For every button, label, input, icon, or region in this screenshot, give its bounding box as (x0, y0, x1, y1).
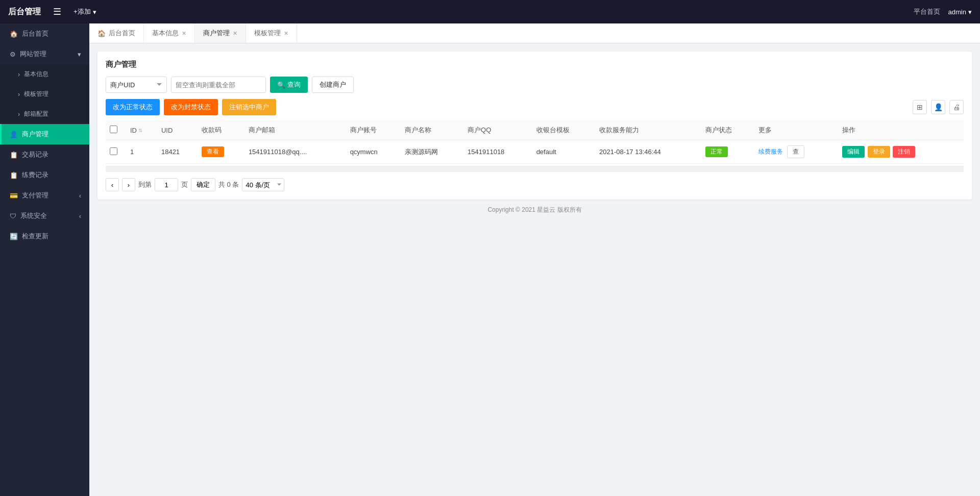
tab-home[interactable]: 🏠 后台首页 (89, 23, 144, 43)
tab-label: 商户管理 (203, 29, 230, 38)
col-uid: UID (157, 120, 198, 140)
person-icon: 👤 (934, 103, 943, 111)
query-button[interactable]: 🔍 查询 (270, 77, 308, 93)
status-badge: 正常 (705, 146, 728, 157)
sidebar-item-label: 商户管理 (22, 130, 48, 139)
cell-ops: 编辑 登录 注销 (838, 140, 964, 164)
cell-status: 正常 (701, 140, 754, 164)
sidebar-item-dashboard[interactable]: 🏠 后台首页 (0, 23, 89, 44)
col-code: 收款码 (198, 120, 244, 140)
view-more-button[interactable]: 查 (787, 145, 804, 158)
sidebar-item-label: 练费记录 (22, 170, 48, 180)
select-all-checkbox[interactable] (110, 126, 117, 133)
more-services-link[interactable]: 续费服务 (758, 148, 783, 155)
sidebar-item-email-config[interactable]: › 邮箱配置 (0, 104, 89, 124)
pagination-row: ‹ › 到第 页 确定 共 0 条 10 条/页 20 条/页 40 条/页 1… (106, 178, 964, 191)
sidebar-item-basic-info[interactable]: › 基本信息 (0, 64, 89, 84)
set-banned-button[interactable]: 改为封禁状态 (164, 99, 218, 115)
cancel-selected-button[interactable]: 注销选中商户 (222, 99, 276, 115)
per-page-select[interactable]: 10 条/页 20 条/页 40 条/页 100 条/页 (242, 178, 284, 191)
footer: Copyright © 2021 星益云 版权所有 (97, 200, 972, 220)
sort-icon[interactable]: ⇅ (138, 128, 142, 133)
sidebar-item-label: 邮箱配置 (24, 110, 48, 118)
list-icon: 📋 (10, 171, 18, 179)
table-wrap: ID ⇅ UID 收款码 商户邮箱 商户账号 商户名称 商户QQ 收银台模板 收… (106, 120, 964, 164)
sidebar-item-label: 后台首页 (22, 29, 48, 38)
cell-qq: 1541911018 (463, 140, 532, 164)
sidebar-submenu-site-mgmt: › 基本信息 › 模板管理 › 邮箱配置 (0, 64, 89, 124)
next-page-button[interactable]: › (122, 178, 135, 191)
page-number-input[interactable] (155, 178, 178, 191)
sidebar-item-merchant-mgmt[interactable]: 👤 商户管理 (0, 124, 89, 144)
tab-label: 模板管理 (254, 29, 281, 38)
sidebar-item-system-security[interactable]: 🛡 系统安全 ‹ (0, 206, 89, 226)
tab-label: 后台首页 (109, 29, 135, 38)
page-label: 页 (181, 180, 188, 189)
tab-close-icon[interactable]: ✕ (284, 30, 288, 37)
col-ops: 操作 (838, 120, 964, 140)
sidebar-item-check-update[interactable]: 🔄 检查更新 (0, 226, 89, 246)
tabs-bar: 🏠 后台首页 基本信息 ✕ 商户管理 ✕ 模板管理 ✕ (89, 23, 980, 43)
print-icon: 🖨 (953, 103, 960, 111)
col-more: 更多 (754, 120, 838, 140)
cell-more: 续费服务 查 (754, 140, 838, 164)
edit-button[interactable]: 编辑 (842, 146, 865, 158)
col-name: 商户名称 (401, 120, 463, 140)
cell-template: default (532, 140, 595, 164)
app-title: 后台管理 (8, 7, 41, 17)
filter-icon: ⊞ (917, 103, 923, 111)
filter-row: 商户UID 商户邮箱 商户账号 商户名称 🔍 查询 创建商户 (106, 77, 964, 93)
sidebar-item-label: 交易记录 (22, 150, 48, 159)
filter-input[interactable] (171, 77, 266, 93)
tab-merchant-mgmt[interactable]: 商户管理 ✕ (195, 23, 246, 43)
tab-template-mgmt[interactable]: 模板管理 ✕ (246, 23, 297, 43)
row-checkbox[interactable] (110, 147, 117, 155)
sidebar-item-label: 基本信息 (24, 70, 48, 79)
cancel-button[interactable]: 注销 (893, 146, 915, 158)
home-icon: 🏠 (97, 30, 106, 37)
merchant-mgmt-card: 商户管理 商户UID 商户邮箱 商户账号 商户名称 🔍 查询 创建商户 (97, 52, 972, 200)
cell-uid: 18421 (157, 140, 198, 164)
tab-close-icon[interactable]: ✕ (182, 30, 186, 37)
chevron-down-icon: ▾ (968, 8, 972, 16)
sidebar-item-label: 支付管理 (22, 191, 48, 200)
sidebar-item-site-mgmt[interactable]: ⚙ 网站管理 ▾ (0, 44, 89, 64)
chevron-right-icon: › (18, 111, 20, 118)
merchant-table: ID ⇅ UID 收款码 商户邮箱 商户账号 商户名称 商户QQ 收银台模板 收… (106, 120, 964, 164)
view-code-button[interactable]: 查看 (202, 146, 224, 157)
login-button[interactable]: 登录 (868, 146, 890, 158)
prev-page-button[interactable]: ‹ (106, 178, 119, 191)
set-normal-button[interactable]: 改为正常状态 (106, 99, 160, 115)
print-tool-button[interactable]: 🖨 (949, 100, 964, 114)
sidebar-item-refund-records[interactable]: 📋 练费记录 (0, 165, 89, 185)
cell-name: 亲测源码网 (401, 140, 463, 164)
chevron-right-icon: ‹ (79, 192, 81, 200)
tab-close-icon[interactable]: ✕ (233, 30, 237, 37)
pagination-confirm-button[interactable]: 确定 (191, 178, 215, 191)
user-tool-button[interactable]: 👤 (931, 100, 945, 114)
user-menu[interactable]: admin ▾ (948, 8, 972, 16)
tab-basic-info[interactable]: 基本信息 ✕ (144, 23, 195, 43)
table-row: 1 18421 查看 1541911018@qq.... qcymwcn 亲测源… (106, 140, 964, 164)
sidebar-item-template-mgmt[interactable]: › 模板管理 (0, 84, 89, 104)
sidebar-item-payment-mgmt[interactable]: 💳 支付管理 ‹ (0, 185, 89, 206)
sidebar-item-label: 检查更新 (22, 232, 48, 241)
total-count: 共 0 条 (218, 180, 239, 189)
goto-label: 到第 (138, 180, 152, 189)
sidebar-item-trade-records[interactable]: 📋 交易记录 (0, 144, 89, 165)
create-merchant-button[interactable]: 创建商户 (312, 77, 354, 93)
chevron-right-icon: ‹ (79, 212, 81, 220)
add-button[interactable]: +添加 ▾ (74, 7, 96, 16)
filter-tool-button[interactable]: ⊞ (913, 100, 927, 114)
chevron-right-icon: › (18, 71, 20, 78)
cell-account: qcymwcn (346, 140, 401, 164)
menu-toggle-button[interactable]: ☰ (49, 4, 65, 19)
sidebar-item-label: 模板管理 (24, 90, 48, 98)
platform-link[interactable]: 平台首页 (914, 7, 940, 16)
top-header: 后台管理 ☰ +添加 ▾ 平台首页 admin ▾ (0, 0, 980, 23)
filter-select[interactable]: 商户UID 商户邮箱 商户账号 商户名称 (106, 77, 167, 93)
footer-text: Copyright © 2021 星益云 版权所有 (487, 206, 581, 213)
col-id: ID ⇅ (126, 120, 157, 140)
user-icon: 👤 (10, 131, 18, 138)
horizontal-scrollbar[interactable] (106, 166, 964, 172)
